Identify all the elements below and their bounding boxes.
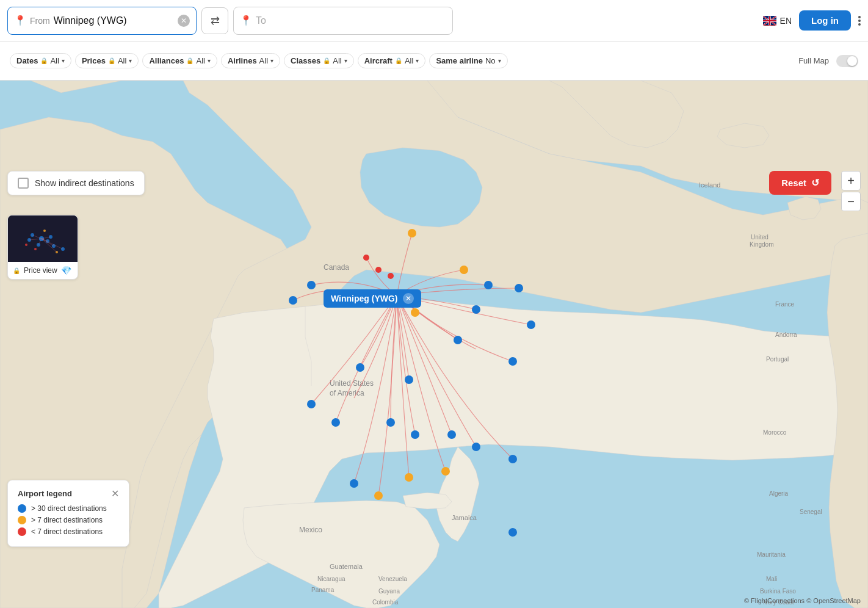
- svg-text:Mauritania: Mauritania: [757, 551, 786, 558]
- legend-item-blue: > 30 direct destinations: [18, 504, 119, 513]
- header: 📍 From Winnipeg (YWG) ✕ ⇄ 📍 To EN Log in: [0, 0, 868, 42]
- same-airline-filter[interactable]: Same airline No ▾: [429, 53, 507, 68]
- svg-text:Nicaragua: Nicaragua: [317, 576, 345, 582]
- legend-close-button[interactable]: ✕: [111, 488, 119, 499]
- airlines-filter[interactable]: Airlines All ▾: [221, 53, 280, 68]
- airlines-chevron-icon: ▾: [270, 57, 273, 64]
- svg-text:Portugal: Portugal: [766, 356, 789, 363]
- more-dot-2: [858, 20, 861, 22]
- winnipeg-tooltip: Winnipeg (YWG) ✕: [324, 289, 421, 308]
- airlines-value: All: [259, 56, 268, 65]
- price-view-label-row: 🔒 Price view 💎: [8, 262, 78, 279]
- svg-text:Morocco: Morocco: [763, 429, 787, 436]
- show-indirect-label: Show indirect destinations: [35, 178, 134, 188]
- dates-filter[interactable]: Dates 🔒 All ▾: [10, 53, 71, 68]
- svg-point-29: [289, 296, 297, 305]
- svg-point-43: [447, 430, 456, 439]
- svg-text:Andorra: Andorra: [775, 331, 797, 338]
- svg-point-44: [472, 443, 480, 451]
- alliances-label: Alliances: [149, 56, 184, 65]
- dates-chevron-icon: ▾: [62, 57, 65, 64]
- price-view-text: Price view: [24, 266, 57, 275]
- price-view-panel[interactable]: 🔒 Price view 💎: [7, 215, 78, 280]
- clear-from-button[interactable]: ✕: [178, 15, 190, 27]
- svg-point-52: [460, 266, 468, 274]
- flag-icon: [763, 16, 776, 26]
- filter-bar: Dates 🔒 All ▾ Prices 🔒 All ▾ Alliances 🔒…: [0, 42, 868, 81]
- svg-point-65: [34, 248, 37, 250]
- dates-lock-icon: 🔒: [40, 57, 48, 64]
- aircraft-label: Aircraft: [364, 56, 392, 65]
- legend-yellow-dot: [18, 516, 26, 524]
- fullmap-toggle-track[interactable]: [836, 55, 858, 67]
- svg-point-35: [454, 336, 462, 344]
- prices-chevron-icon: ▾: [129, 57, 132, 64]
- alliances-filter[interactable]: Alliances 🔒 All ▾: [142, 53, 217, 68]
- svg-point-36: [508, 357, 517, 366]
- svg-point-45: [508, 455, 517, 463]
- reset-button[interactable]: Reset ↺: [769, 171, 831, 195]
- legend-item-3-text: < 7 direct destinations: [31, 527, 103, 536]
- map-svg: United States of America Canada Mexico G…: [0, 81, 868, 608]
- aircraft-filter[interactable]: Aircraft 🔒 All ▾: [358, 53, 426, 68]
- reset-icon: ↺: [811, 177, 819, 189]
- svg-text:Guyana: Guyana: [378, 588, 400, 595]
- header-right: EN Log in: [763, 10, 861, 31]
- swap-button[interactable]: ⇄: [201, 7, 228, 34]
- classes-value: All: [333, 56, 341, 65]
- svg-point-49: [375, 267, 382, 273]
- more-dot-1: [858, 16, 861, 18]
- zoom-in-button[interactable]: +: [841, 171, 861, 190]
- svg-point-48: [363, 255, 369, 261]
- svg-point-61: [43, 230, 46, 232]
- svg-point-50: [388, 273, 394, 279]
- more-button[interactable]: [858, 16, 861, 26]
- price-view-diamond-icon: 💎: [61, 266, 71, 275]
- svg-point-56: [411, 308, 419, 317]
- svg-point-46: [441, 467, 450, 476]
- login-button[interactable]: Log in: [799, 10, 851, 31]
- map[interactable]: United States of America Canada Mexico G…: [0, 81, 868, 608]
- classes-label: Classes: [291, 56, 320, 65]
- svg-point-33: [472, 305, 480, 314]
- prices-filter[interactable]: Prices 🔒 All ▾: [75, 53, 139, 68]
- to-input-wrap[interactable]: 📍 To: [233, 7, 453, 35]
- zoom-out-button[interactable]: −: [841, 192, 861, 211]
- svg-text:of America: of America: [330, 389, 364, 397]
- svg-point-53: [405, 473, 413, 482]
- legend-item-red: < 7 direct destinations: [18, 527, 119, 536]
- fullmap-label: Full Map: [798, 56, 829, 65]
- legend-blue-dot: [18, 504, 26, 513]
- fullmap-toggle[interactable]: [836, 55, 858, 67]
- prices-value: All: [118, 56, 126, 65]
- reset-label: Reset: [781, 178, 806, 188]
- svg-point-42: [411, 430, 419, 439]
- svg-point-31: [484, 281, 493, 289]
- svg-text:Iceland: Iceland: [699, 181, 720, 189]
- svg-point-37: [405, 375, 413, 384]
- svg-text:Mexico: Mexico: [299, 526, 322, 534]
- legend-red-dot: [18, 527, 26, 536]
- alliances-chevron-icon: ▾: [208, 57, 211, 64]
- legend-title-text: Airport legend: [18, 489, 72, 498]
- svg-point-47: [350, 479, 358, 488]
- svg-point-69: [25, 244, 27, 246]
- svg-text:France: France: [775, 301, 795, 308]
- prices-lock-icon: 🔒: [108, 57, 115, 64]
- show-indirect-checkbox[interactable]: [18, 178, 29, 189]
- price-view-lock-icon: 🔒: [13, 267, 20, 274]
- airport-legend: Airport legend ✕ > 30 direct destination…: [7, 480, 129, 547]
- language-selector[interactable]: EN: [763, 16, 792, 26]
- svg-text:Mali: Mali: [766, 576, 777, 582]
- svg-text:Kingdom: Kingdom: [750, 241, 773, 248]
- svg-text:Senegal: Senegal: [800, 508, 822, 515]
- svg-text:Guatemala: Guatemala: [330, 563, 363, 570]
- svg-point-32: [515, 284, 523, 292]
- dates-value: All: [50, 56, 59, 65]
- svg-point-54: [374, 491, 383, 500]
- same-airline-label: Same airline: [436, 56, 483, 65]
- classes-chevron-icon: ▾: [344, 57, 347, 64]
- classes-filter[interactable]: Classes 🔒 All ▾: [284, 53, 354, 68]
- from-input-wrap[interactable]: 📍 From Winnipeg (YWG) ✕: [7, 7, 197, 35]
- winnipeg-tooltip-close-button[interactable]: ✕: [403, 293, 414, 304]
